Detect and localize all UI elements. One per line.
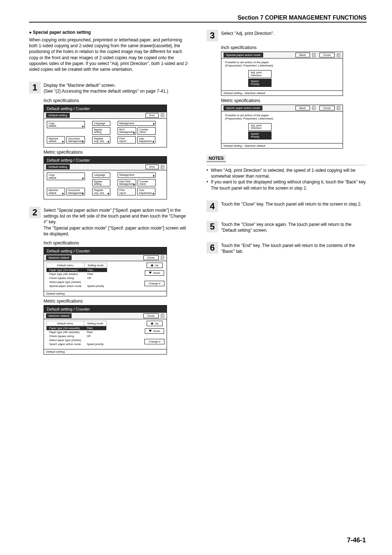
strip-label: Default setting — [46, 113, 70, 118]
step-2: 2 Select "Special paper action mode" ["S… — [29, 207, 189, 237]
down-button[interactable]: Down — [145, 328, 164, 334]
scroll-icon — [161, 113, 164, 117]
bypass-setting-button[interactable]: Bypass setting — [92, 127, 110, 135]
table-row[interactable]: Special paper action modeSpeed priority — [46, 284, 107, 288]
user-adj-button[interactable]: User Adjustment — [137, 188, 155, 195]
breadcrumb: Default setting - Machine default — [221, 90, 343, 96]
notes-heading: NOTES — [207, 155, 226, 162]
triangle-up-icon — [151, 264, 154, 266]
inch-caption: Inch specifications — [44, 98, 189, 103]
panel-title: Default setting / Counter — [44, 247, 167, 255]
metric-caption-2: Metric specifications — [44, 299, 189, 304]
back-button[interactable]: Back — [295, 53, 310, 57]
table-row[interactable]: Paper type (4th drawer)Plain — [46, 272, 107, 276]
step-number-icon: 3 — [207, 30, 218, 41]
metric-caption-r: Metric specifications — [221, 98, 367, 103]
triangle-down-icon — [149, 272, 152, 274]
step-4-text: Touch the "Close" key. The touch panel w… — [221, 200, 362, 207]
language-button[interactable]: Language — [92, 173, 110, 177]
close-button[interactable]: Close — [319, 106, 335, 110]
strip-label: Default setting — [46, 165, 70, 169]
settings-table: Default menuSetting mode Paper type (3rd… — [46, 321, 107, 346]
intro-text: When copying onto prepunched, preprinted… — [29, 37, 189, 72]
register-orig-button[interactable]: Register orig. size — [92, 188, 110, 195]
right-column: 3 Select "Adj. print Direction". Inch sp… — [207, 30, 367, 357]
step-6-text: Touch the "End" key. The touch panel wil… — [221, 242, 367, 254]
box-mgmt-button[interactable]: BOX Management — [118, 127, 136, 135]
change-button[interactable]: Change # — [144, 339, 164, 344]
step-5-text: Touch the "Close" key once again. The to… — [221, 221, 367, 233]
speed-priority-button[interactable]: Speed Priority — [248, 79, 271, 87]
counter-check-button[interactable]: Counter check — [138, 127, 156, 135]
register-orig-button[interactable]: Register orig. size — [92, 136, 110, 144]
step-4: 4 Touch the "Close" key. The touch panel… — [207, 200, 367, 212]
end-button[interactable]: End — [146, 113, 159, 118]
panel-title: Default setting / Counter — [44, 157, 167, 164]
machine-default-button[interactable]: Machine default — [47, 188, 65, 195]
copy-default-button[interactable]: Copy default — [47, 121, 85, 129]
change-button[interactable]: Change # — [144, 281, 164, 286]
document-mgmt-button[interactable]: Document Management — [66, 136, 85, 144]
step-number-icon: 2 — [29, 207, 41, 218]
breadcrumb: Default setting — [44, 349, 167, 354]
touch-panel-machdef-inch: Default setting / Counter Machine defaul… — [44, 247, 167, 296]
strip-label: Special paper action mode — [224, 53, 263, 57]
table-row[interactable]: Paper type (3rd drawer)Plain — [46, 268, 107, 272]
end-button[interactable]: End — [146, 165, 159, 169]
down-button[interactable]: Down — [145, 270, 164, 276]
up-button[interactable]: Up — [147, 263, 163, 268]
counter-check-button[interactable]: Counter check — [138, 179, 156, 187]
close-button[interactable]: Close — [319, 53, 335, 57]
triangle-up-icon — [151, 322, 154, 324]
management-button[interactable]: Management — [118, 121, 156, 126]
table-row[interactable]: Check bypass sizingOff — [46, 334, 107, 338]
table-row[interactable]: Select paper type (2sided) — [46, 280, 107, 284]
table-row[interactable]: Select paper type (2sided) — [46, 338, 107, 342]
step-5: 5 Touch the "Close" key once again. The … — [207, 221, 367, 233]
left-column: Special paper action setting When copyin… — [29, 30, 189, 357]
up-button[interactable]: Up — [147, 321, 163, 326]
subsection-heading: Special paper action setting — [29, 30, 189, 35]
section-header: Section 7 COPIER MANAGEMENT FUNCTIONS — [29, 15, 367, 23]
print-report-button[interactable]: Print report — [118, 136, 136, 144]
scroll-icon — [312, 53, 316, 57]
notes-list: •When "Adj. print Direction" is selected… — [207, 167, 367, 191]
panel-desc: Possible to set action of the paper (Pre… — [225, 114, 339, 120]
bypass-setting-button[interactable]: Bypass setting — [92, 179, 110, 187]
step-number-icon: 1 — [29, 82, 41, 93]
panel-strip: Machine default Close — [44, 313, 167, 319]
step-1-text-b: (See "(2) Accessing the machine default … — [44, 88, 168, 94]
table-row[interactable]: Paper type (4th cassette)Plain — [46, 330, 107, 334]
copy-default-button[interactable]: Copy default — [47, 173, 85, 180]
scroll-icon — [312, 106, 316, 110]
settings-table: Default menuSetting mode Paper type (3rd… — [46, 263, 107, 288]
close-button[interactable]: Close — [143, 255, 159, 260]
adj-print-direction-button[interactable]: Adj. print Direction — [248, 70, 271, 78]
management-button[interactable]: Management — [118, 173, 156, 177]
scroll-icon — [337, 106, 340, 110]
panel-title: Default setting / Counter — [44, 105, 167, 112]
close-button[interactable]: Close — [143, 313, 159, 318]
scroll-icon — [161, 165, 164, 169]
step-2-text: Select "Special paper action mode" ["Spe… — [44, 207, 189, 237]
step-3-text: Select "Adj. print Direction". — [221, 30, 274, 36]
print-report-button[interactable]: Print report — [118, 188, 136, 195]
adj-print-direction-button[interactable]: Adj. print Direction — [248, 123, 271, 131]
machine-default-button[interactable]: Machine default — [47, 136, 65, 144]
list-item: •If you want to quit the displayed setti… — [207, 179, 367, 191]
back-button[interactable]: Back — [295, 106, 310, 110]
table-row[interactable]: Paper type (3rd cassette)Plain — [46, 326, 107, 330]
panel-desc: Possible to set action of the paper (Pre… — [225, 61, 339, 67]
table-row[interactable]: Specif. paper action modeSpeed priority — [46, 342, 107, 346]
user-adj-button[interactable]: User Adjustment — [137, 136, 155, 144]
hard-disk-mgmt-button[interactable]: Hard Disk Management — [118, 179, 136, 187]
list-item: •When "Adj. print Direction" is selected… — [207, 167, 367, 179]
table-row[interactable]: Check bypass sizingOff — [46, 276, 107, 280]
speed-priority-button[interactable]: Speed Priority — [248, 131, 271, 139]
language-button[interactable]: Language — [92, 121, 110, 126]
document-mgmt-button[interactable]: Document Management — [66, 188, 85, 195]
step-number-icon: 4 — [207, 200, 218, 212]
panel-strip: Default setting End — [44, 112, 167, 119]
panel-title: Default setting / Counter — [44, 305, 167, 313]
touch-panel-default-metric: Default setting / Counter Default settin… — [44, 156, 167, 199]
